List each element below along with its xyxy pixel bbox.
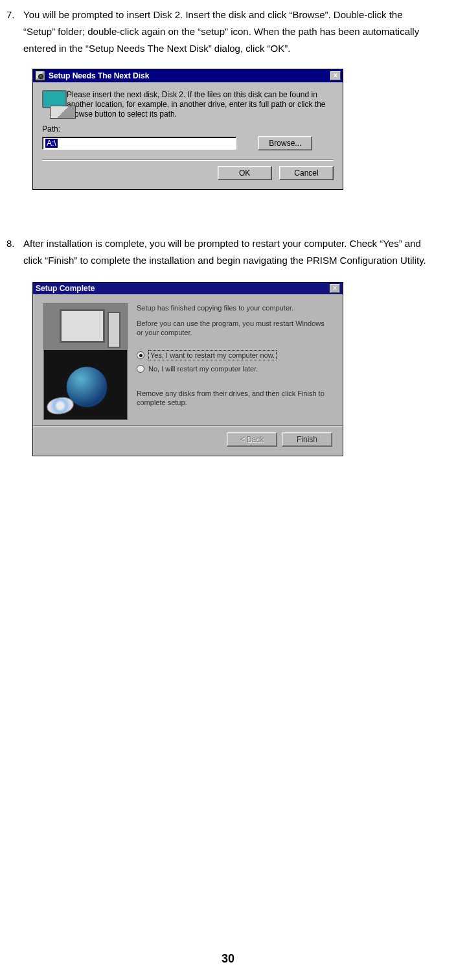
radio-no-label: No, I will restart my computer later.: [148, 364, 258, 373]
step-7: 7. You will be prompted to insert Disk 2…: [6, 6, 437, 57]
dialog-line3: Remove any disks from their drives, and …: [137, 389, 332, 407]
path-input[interactable]: A:\: [42, 137, 236, 150]
title-bar: Setup Needs The Next Disk ×: [33, 69, 343, 82]
title-bar: Setup Complete ×: [33, 283, 343, 294]
dialog-title: Setup Needs The Next Disk: [49, 71, 149, 80]
step-number: 7.: [6, 6, 23, 57]
back-button[interactable]: < Back: [227, 432, 277, 447]
document-page: 7. You will be prompted to insert Disk 2…: [0, 0, 456, 980]
dialog-line1: Setup has finished copying files to your…: [137, 303, 332, 312]
wizard-artwork: [43, 303, 128, 420]
setup-complete-dialog: Setup Complete × Setup has finished copy…: [32, 282, 343, 456]
page-number: 30: [0, 952, 456, 966]
path-label: Path:: [42, 124, 334, 134]
dialog-line2: Before you can use the program, you must…: [137, 319, 332, 337]
step-text: After installation is complete, you will…: [23, 235, 437, 269]
radio-yes[interactable]: Yes, I want to restart my computer now.: [137, 350, 332, 360]
step-number: 8.: [6, 235, 23, 269]
radio-icon: [137, 351, 144, 359]
radio-no[interactable]: No, I will restart my computer later.: [137, 364, 332, 373]
ok-button[interactable]: OK: [218, 166, 272, 180]
finish-button[interactable]: Finish: [282, 432, 332, 447]
dialog-message: Please insert the next disk, Disk 2. If …: [67, 90, 334, 119]
close-button[interactable]: ×: [330, 284, 340, 293]
radio-icon: [137, 365, 144, 373]
setup-needs-disk-dialog: Setup Needs The Next Disk × Please inser…: [32, 69, 343, 190]
cancel-button[interactable]: Cancel: [279, 166, 334, 180]
radio-yes-label: Yes, I want to restart my computer now.: [148, 350, 277, 360]
install-icon: [42, 90, 58, 119]
close-button[interactable]: ×: [330, 71, 341, 80]
step-8: 8. After installation is complete, you w…: [6, 235, 437, 269]
step-text: You will be prompted to insert Disk 2. I…: [23, 6, 437, 57]
browse-button[interactable]: Browse...: [258, 136, 312, 150]
separator: [42, 159, 334, 161]
dialog-title: Setup Complete: [36, 284, 95, 293]
disk-icon: [35, 71, 45, 81]
